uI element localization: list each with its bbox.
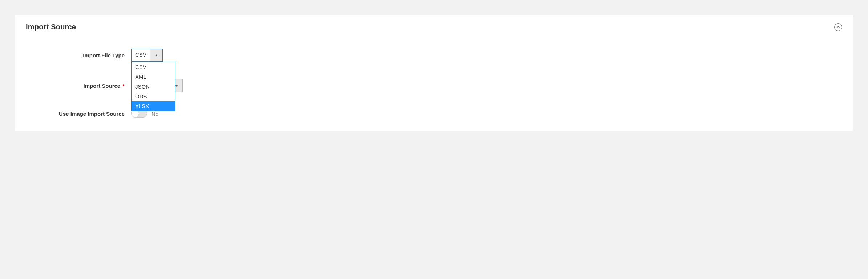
- file-type-option[interactable]: ODS: [132, 91, 175, 101]
- required-asterisk-icon: *: [122, 83, 125, 89]
- chevron-up-icon: [836, 26, 840, 28]
- use-image-toggle-value: No: [152, 111, 158, 117]
- panel-title: Import Source: [26, 23, 76, 31]
- file-type-select-wrap: CSV CSV XML JSON ODS XLSX: [131, 49, 163, 62]
- label-import-source: Import Source*: [26, 83, 131, 89]
- label-import-source-text: Import Source: [83, 83, 120, 89]
- triangle-up-icon: [155, 54, 158, 56]
- panel-header: Import Source: [26, 23, 842, 31]
- row-import-file-type: Import File Type CSV CSV XML JSON ODS XL…: [26, 49, 842, 62]
- label-import-file-type: Import File Type: [26, 52, 131, 58]
- file-type-option[interactable]: CSV: [132, 62, 175, 72]
- file-type-dropdown: CSV XML JSON ODS XLSX: [131, 62, 175, 111]
- file-type-option-highlighted[interactable]: XLSX: [132, 101, 175, 111]
- svg-marker-0: [155, 54, 158, 56]
- file-type-select-toggle[interactable]: [150, 49, 162, 61]
- label-use-image-source: Use Image Import Source: [26, 111, 131, 117]
- file-type-option[interactable]: XML: [132, 72, 175, 82]
- import-source-panel: Import Source Import File Type CSV CSV X…: [15, 15, 853, 131]
- file-type-selected-value: CSV: [132, 49, 150, 61]
- collapse-button[interactable]: [834, 23, 842, 31]
- file-type-option[interactable]: JSON: [132, 82, 175, 91]
- file-type-select[interactable]: CSV: [131, 49, 163, 62]
